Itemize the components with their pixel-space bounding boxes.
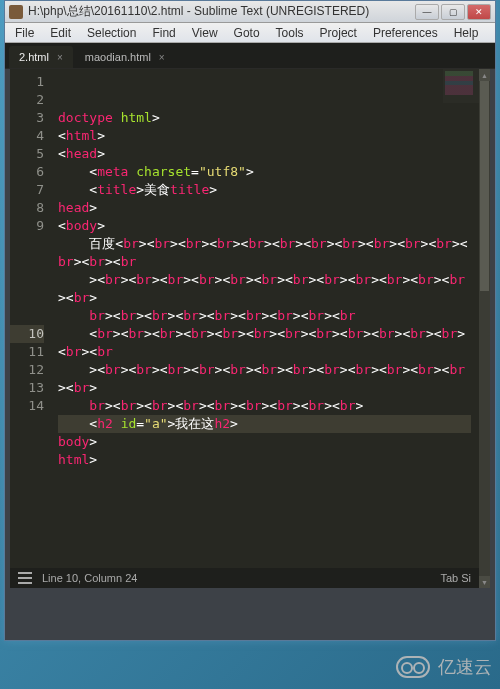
hamburger-icon[interactable] — [18, 572, 32, 584]
line-number: 6 — [10, 163, 44, 181]
menu-preferences[interactable]: Preferences — [365, 24, 446, 42]
menu-file[interactable]: File — [7, 24, 42, 42]
status-bar: Line 10, Column 24 Tab Si — [10, 568, 479, 588]
scroll-track[interactable] — [479, 81, 490, 576]
tab-size[interactable]: Tab Si — [440, 572, 471, 584]
tab-2-html[interactable]: 2.html× — [9, 46, 73, 68]
menu-view[interactable]: View — [184, 24, 226, 42]
watermark: 亿速云 — [396, 655, 492, 679]
code-line: br><br><br><br><br><br><br><br><br — [58, 307, 471, 325]
line-number: 5 — [10, 145, 44, 163]
maximize-button[interactable]: ▢ — [441, 4, 465, 20]
code-line: 百度<br><br><br><br><br><br><br><br><br><b… — [58, 235, 471, 271]
line-number: 13 — [10, 379, 44, 397]
scrollbar-vertical[interactable]: ▲ ▼ — [479, 69, 490, 588]
line-number: 7 — [10, 181, 44, 199]
menu-tools[interactable]: Tools — [268, 24, 312, 42]
tab-label: 2.html — [19, 51, 49, 63]
app-icon — [9, 5, 23, 19]
menu-find[interactable]: Find — [144, 24, 183, 42]
scroll-thumb[interactable] — [480, 81, 489, 291]
line-number: 3 — [10, 109, 44, 127]
line-number: 9 — [10, 217, 44, 235]
line-number: 2 — [10, 91, 44, 109]
code-line: ><br><br><br><br><br><br><br><br><br><br… — [58, 361, 471, 397]
line-gutter: 123456789 1011121314 — [10, 69, 50, 568]
code-line: <head> — [58, 145, 471, 163]
menu-goto[interactable]: Goto — [226, 24, 268, 42]
line-number — [10, 307, 44, 325]
scroll-up-button[interactable]: ▲ — [479, 69, 490, 81]
code-area[interactable]: doctype html><html><head> <meta charset=… — [50, 69, 479, 568]
line-number: 8 — [10, 199, 44, 217]
code-line: doctype html> — [58, 109, 471, 127]
line-number: 11 — [10, 343, 44, 361]
tab-label: maodian.html — [85, 51, 151, 63]
menu-bar: FileEditSelectionFindViewGotoToolsProjec… — [5, 23, 495, 43]
code-line: <br><br><br><br><br><br><br><br><br><br>… — [58, 325, 471, 361]
line-number: 10 — [10, 325, 44, 343]
scroll-down-button[interactable]: ▼ — [479, 576, 490, 588]
line-number: 1 — [10, 73, 44, 91]
code-line: <html> — [58, 127, 471, 145]
watermark-logo-icon — [396, 656, 430, 678]
watermark-text: 亿速云 — [438, 655, 492, 679]
line-number: 12 — [10, 361, 44, 379]
line-number — [10, 271, 44, 289]
line-number — [10, 235, 44, 253]
tab-bar: 2.html×maodian.html× — [5, 43, 495, 69]
editor[interactable]: 123456789 1011121314 doctype html><html>… — [10, 69, 479, 568]
minimize-button[interactable]: — — [415, 4, 439, 20]
titlebar: H:\php\总结\20161110\2.html - Sublime Text… — [5, 1, 495, 23]
menu-edit[interactable]: Edit — [42, 24, 79, 42]
line-number: 14 — [10, 397, 44, 415]
line-number: 4 — [10, 127, 44, 145]
code-line: head> — [58, 199, 471, 217]
code-line: ><br><br><br><br><br><br><br><br><br><br… — [58, 271, 471, 307]
app-window: H:\php\总结\20161110\2.html - Sublime Text… — [4, 0, 496, 641]
menu-selection[interactable]: Selection — [79, 24, 144, 42]
code-line: <h2 id="a">我在这h2> — [58, 415, 471, 433]
menu-help[interactable]: Help — [446, 24, 487, 42]
cursor-position: Line 10, Column 24 — [42, 572, 137, 584]
window-title: H:\php\总结\20161110\2.html - Sublime Text… — [28, 3, 415, 20]
code-line: <title>美食title> — [58, 181, 471, 199]
code-line: br><br><br><br><br><br><br><br><br> — [58, 397, 471, 415]
line-number — [10, 253, 44, 271]
tab-close-icon[interactable]: × — [159, 52, 165, 63]
tab-maodian-html[interactable]: maodian.html× — [75, 46, 175, 68]
code-line: body> — [58, 433, 471, 451]
line-number — [10, 289, 44, 307]
menu-project[interactable]: Project — [312, 24, 365, 42]
tab-close-icon[interactable]: × — [57, 52, 63, 63]
code-line: <body> — [58, 217, 471, 235]
code-line: <meta charset="utf8"> — [58, 163, 471, 181]
close-button[interactable]: ✕ — [467, 4, 491, 20]
minimap[interactable] — [443, 69, 479, 103]
code-line: html> — [58, 451, 471, 469]
